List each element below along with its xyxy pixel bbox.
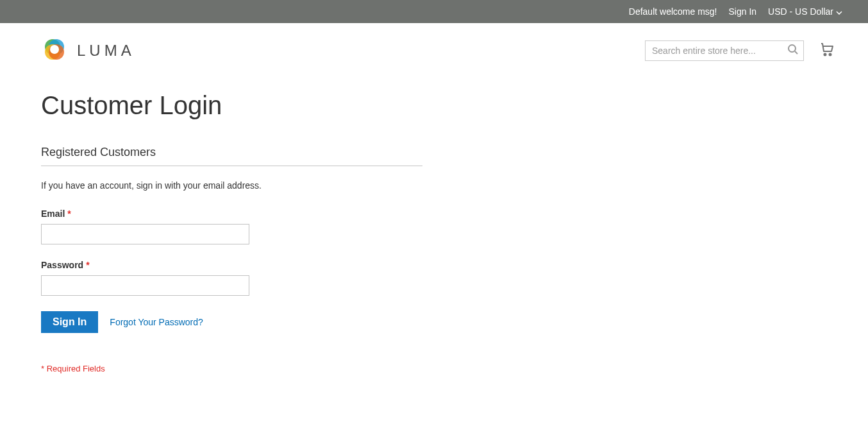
search-icon[interactable] [787,44,799,58]
svg-point-5 [789,45,796,52]
login-block: Registered Customers If you have an acco… [41,146,422,373]
sign-in-button[interactable]: Sign In [41,311,98,333]
email-label: Email* [41,209,422,219]
password-field-wrap: Password* [41,260,422,296]
block-note: If you have an account, sign in with you… [41,180,422,191]
logo[interactable]: LUMA [41,36,135,65]
logo-icon [41,36,68,65]
search-input[interactable] [645,40,804,61]
header-right [645,40,835,61]
main-content: Customer Login Registered Customers If y… [0,78,868,386]
password-field[interactable] [41,275,249,296]
email-label-text: Email [41,209,65,219]
chevron-down-icon [836,6,842,17]
password-label: Password* [41,260,422,270]
welcome-message: Default welcome msg! [629,6,717,17]
currency-switcher[interactable]: USD - US Dollar [768,6,842,17]
block-title: Registered Customers [41,146,422,166]
forgot-password-link[interactable]: Forgot Your Password? [110,317,203,327]
sign-in-link[interactable]: Sign In [729,6,757,17]
required-asterisk: * [67,209,71,219]
header: LUMA [0,23,868,78]
svg-point-4 [50,45,59,54]
form-actions: Sign In Forgot Your Password? [41,311,422,333]
currency-label: USD - US Dollar [768,6,833,17]
required-asterisk: * [86,260,89,270]
svg-line-6 [795,51,797,54]
cart-icon[interactable] [819,42,835,60]
email-field[interactable] [41,224,249,244]
page-title: Customer Login [41,91,827,120]
email-field-wrap: Email* [41,209,422,244]
svg-point-7 [824,54,826,56]
required-fields-note: * Required Fields [41,364,422,373]
search-box [645,40,804,61]
password-label-text: Password [41,260,83,270]
svg-point-8 [830,54,831,56]
logo-text: LUMA [77,42,135,60]
top-bar: Default welcome msg! Sign In USD - US Do… [0,0,868,23]
